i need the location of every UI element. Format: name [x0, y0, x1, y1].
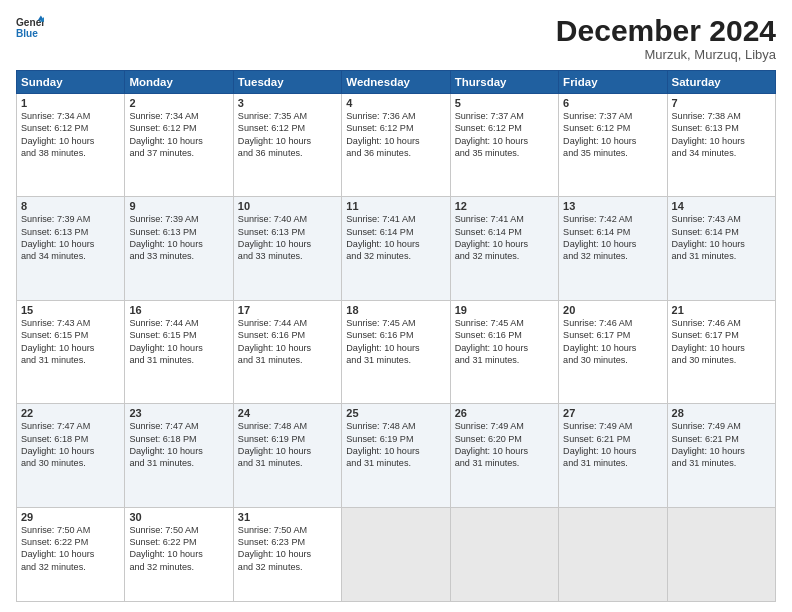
day-number: 10	[238, 200, 337, 212]
day-info: Sunrise: 7:34 AMSunset: 6:12 PMDaylight:…	[129, 110, 228, 159]
day-number: 29	[21, 511, 120, 523]
table-row: 2Sunrise: 7:34 AMSunset: 6:12 PMDaylight…	[125, 94, 233, 197]
day-info: Sunrise: 7:34 AMSunset: 6:12 PMDaylight:…	[21, 110, 120, 159]
day-number: 4	[346, 97, 445, 109]
table-row: 12Sunrise: 7:41 AMSunset: 6:14 PMDayligh…	[450, 197, 558, 300]
page: General Blue December 2024 Murzuk, Murzu…	[0, 0, 792, 612]
day-number: 19	[455, 304, 554, 316]
table-row	[450, 507, 558, 601]
calendar-table: Sunday Monday Tuesday Wednesday Thursday…	[16, 70, 776, 602]
table-row: 11Sunrise: 7:41 AMSunset: 6:14 PMDayligh…	[342, 197, 450, 300]
logo: General Blue	[16, 14, 44, 42]
table-row	[667, 507, 775, 601]
table-row: 16Sunrise: 7:44 AMSunset: 6:15 PMDayligh…	[125, 300, 233, 403]
day-number: 7	[672, 97, 771, 109]
day-number: 22	[21, 407, 120, 419]
day-info: Sunrise: 7:49 AMSunset: 6:20 PMDaylight:…	[455, 420, 554, 469]
day-info: Sunrise: 7:44 AMSunset: 6:15 PMDaylight:…	[129, 317, 228, 366]
day-info: Sunrise: 7:44 AMSunset: 6:16 PMDaylight:…	[238, 317, 337, 366]
day-number: 31	[238, 511, 337, 523]
svg-text:Blue: Blue	[16, 28, 38, 39]
day-number: 17	[238, 304, 337, 316]
table-row: 18Sunrise: 7:45 AMSunset: 6:16 PMDayligh…	[342, 300, 450, 403]
table-row: 31Sunrise: 7:50 AMSunset: 6:23 PMDayligh…	[233, 507, 341, 601]
th-tuesday: Tuesday	[233, 71, 341, 94]
day-number: 8	[21, 200, 120, 212]
table-row: 6Sunrise: 7:37 AMSunset: 6:12 PMDaylight…	[559, 94, 667, 197]
day-number: 3	[238, 97, 337, 109]
day-number: 24	[238, 407, 337, 419]
table-row: 9Sunrise: 7:39 AMSunset: 6:13 PMDaylight…	[125, 197, 233, 300]
table-row: 13Sunrise: 7:42 AMSunset: 6:14 PMDayligh…	[559, 197, 667, 300]
table-row: 8Sunrise: 7:39 AMSunset: 6:13 PMDaylight…	[17, 197, 125, 300]
day-number: 1	[21, 97, 120, 109]
table-row: 22Sunrise: 7:47 AMSunset: 6:18 PMDayligh…	[17, 404, 125, 507]
day-number: 21	[672, 304, 771, 316]
day-info: Sunrise: 7:42 AMSunset: 6:14 PMDaylight:…	[563, 213, 662, 262]
day-number: 6	[563, 97, 662, 109]
day-info: Sunrise: 7:48 AMSunset: 6:19 PMDaylight:…	[346, 420, 445, 469]
day-info: Sunrise: 7:39 AMSunset: 6:13 PMDaylight:…	[21, 213, 120, 262]
day-number: 11	[346, 200, 445, 212]
table-row: 15Sunrise: 7:43 AMSunset: 6:15 PMDayligh…	[17, 300, 125, 403]
day-info: Sunrise: 7:49 AMSunset: 6:21 PMDaylight:…	[563, 420, 662, 469]
table-row: 26Sunrise: 7:49 AMSunset: 6:20 PMDayligh…	[450, 404, 558, 507]
day-number: 27	[563, 407, 662, 419]
day-number: 14	[672, 200, 771, 212]
table-row: 7Sunrise: 7:38 AMSunset: 6:13 PMDaylight…	[667, 94, 775, 197]
table-row: 27Sunrise: 7:49 AMSunset: 6:21 PMDayligh…	[559, 404, 667, 507]
day-number: 16	[129, 304, 228, 316]
day-number: 13	[563, 200, 662, 212]
day-info: Sunrise: 7:47 AMSunset: 6:18 PMDaylight:…	[21, 420, 120, 469]
day-number: 30	[129, 511, 228, 523]
table-row: 24Sunrise: 7:48 AMSunset: 6:19 PMDayligh…	[233, 404, 341, 507]
th-friday: Friday	[559, 71, 667, 94]
table-row: 19Sunrise: 7:45 AMSunset: 6:16 PMDayligh…	[450, 300, 558, 403]
day-info: Sunrise: 7:36 AMSunset: 6:12 PMDaylight:…	[346, 110, 445, 159]
table-row: 1Sunrise: 7:34 AMSunset: 6:12 PMDaylight…	[17, 94, 125, 197]
day-info: Sunrise: 7:39 AMSunset: 6:13 PMDaylight:…	[129, 213, 228, 262]
day-info: Sunrise: 7:50 AMSunset: 6:23 PMDaylight:…	[238, 524, 337, 573]
table-row: 25Sunrise: 7:48 AMSunset: 6:19 PMDayligh…	[342, 404, 450, 507]
day-info: Sunrise: 7:38 AMSunset: 6:13 PMDaylight:…	[672, 110, 771, 159]
day-info: Sunrise: 7:41 AMSunset: 6:14 PMDaylight:…	[455, 213, 554, 262]
table-row: 30Sunrise: 7:50 AMSunset: 6:22 PMDayligh…	[125, 507, 233, 601]
day-info: Sunrise: 7:41 AMSunset: 6:14 PMDaylight:…	[346, 213, 445, 262]
th-sunday: Sunday	[17, 71, 125, 94]
day-number: 15	[21, 304, 120, 316]
th-thursday: Thursday	[450, 71, 558, 94]
day-info: Sunrise: 7:50 AMSunset: 6:22 PMDaylight:…	[21, 524, 120, 573]
day-info: Sunrise: 7:43 AMSunset: 6:15 PMDaylight:…	[21, 317, 120, 366]
table-row: 20Sunrise: 7:46 AMSunset: 6:17 PMDayligh…	[559, 300, 667, 403]
day-info: Sunrise: 7:48 AMSunset: 6:19 PMDaylight:…	[238, 420, 337, 469]
table-row: 10Sunrise: 7:40 AMSunset: 6:13 PMDayligh…	[233, 197, 341, 300]
table-row: 23Sunrise: 7:47 AMSunset: 6:18 PMDayligh…	[125, 404, 233, 507]
day-info: Sunrise: 7:46 AMSunset: 6:17 PMDaylight:…	[563, 317, 662, 366]
table-row: 17Sunrise: 7:44 AMSunset: 6:16 PMDayligh…	[233, 300, 341, 403]
day-info: Sunrise: 7:50 AMSunset: 6:22 PMDaylight:…	[129, 524, 228, 573]
header-row: Sunday Monday Tuesday Wednesday Thursday…	[17, 71, 776, 94]
th-monday: Monday	[125, 71, 233, 94]
day-number: 12	[455, 200, 554, 212]
table-row: 14Sunrise: 7:43 AMSunset: 6:14 PMDayligh…	[667, 197, 775, 300]
month-title: December 2024	[556, 14, 776, 47]
table-row: 29Sunrise: 7:50 AMSunset: 6:22 PMDayligh…	[17, 507, 125, 601]
day-info: Sunrise: 7:49 AMSunset: 6:21 PMDaylight:…	[672, 420, 771, 469]
day-number: 28	[672, 407, 771, 419]
logo-icon: General Blue	[16, 14, 44, 42]
table-row: 21Sunrise: 7:46 AMSunset: 6:17 PMDayligh…	[667, 300, 775, 403]
day-number: 9	[129, 200, 228, 212]
table-row	[342, 507, 450, 601]
day-number: 5	[455, 97, 554, 109]
table-row: 3Sunrise: 7:35 AMSunset: 6:12 PMDaylight…	[233, 94, 341, 197]
day-number: 23	[129, 407, 228, 419]
day-number: 20	[563, 304, 662, 316]
table-row: 28Sunrise: 7:49 AMSunset: 6:21 PMDayligh…	[667, 404, 775, 507]
day-info: Sunrise: 7:47 AMSunset: 6:18 PMDaylight:…	[129, 420, 228, 469]
day-info: Sunrise: 7:46 AMSunset: 6:17 PMDaylight:…	[672, 317, 771, 366]
day-info: Sunrise: 7:37 AMSunset: 6:12 PMDaylight:…	[455, 110, 554, 159]
day-info: Sunrise: 7:43 AMSunset: 6:14 PMDaylight:…	[672, 213, 771, 262]
top-area: General Blue December 2024 Murzuk, Murzu…	[16, 14, 776, 62]
table-row	[559, 507, 667, 601]
day-info: Sunrise: 7:45 AMSunset: 6:16 PMDaylight:…	[455, 317, 554, 366]
